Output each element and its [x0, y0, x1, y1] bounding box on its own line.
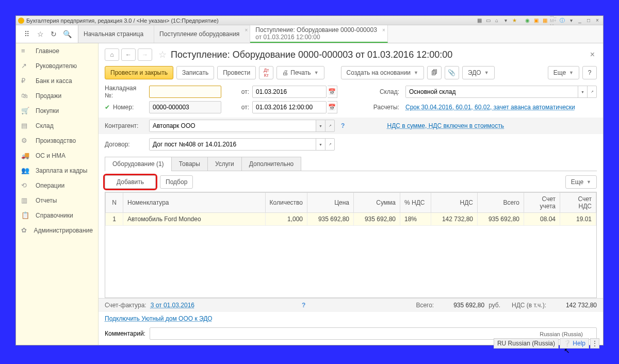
pick-button[interactable]: Подбор: [160, 175, 193, 189]
tb-icon[interactable]: ◉: [524, 17, 531, 24]
sf-link[interactable]: 3 от 01.03.2016: [151, 302, 194, 309]
cell-sum[interactable]: 935 692,80: [354, 213, 400, 226]
maximize-icon[interactable]: □: [585, 17, 592, 24]
tab-close-icon[interactable]: ×: [245, 27, 248, 33]
help-button[interactable]: ?: [582, 66, 597, 79]
col-sum[interactable]: Сумма: [354, 193, 400, 213]
cell-acc-vat[interactable]: 19.01: [560, 213, 596, 226]
more-icon[interactable]: ⋮: [590, 338, 599, 349]
warehouse-input[interactable]: [406, 86, 578, 97]
cell-acc[interactable]: 08.04: [524, 213, 560, 226]
forward-button[interactable]: →: [138, 48, 152, 61]
attach-button[interactable]: 📎: [445, 66, 459, 79]
col-qty[interactable]: Количество: [265, 193, 307, 213]
calendar-icon[interactable]: 📅: [328, 101, 337, 113]
vat-mode-link[interactable]: НДС в сумме, НДС включен в стоимость: [387, 122, 504, 129]
lang-indicator[interactable]: RU Russian (Russia): [494, 338, 559, 349]
sidebar-item-director[interactable]: ↗Руководителю: [16, 58, 98, 73]
back-button[interactable]: ←: [121, 48, 136, 61]
info-icon[interactable]: ⓘ: [559, 17, 566, 24]
search-icon[interactable]: 🔍: [61, 28, 73, 40]
cell-qty[interactable]: 1,000: [265, 213, 307, 226]
print-button[interactable]: 🖨Печать▼: [276, 66, 324, 79]
contract-input[interactable]: [150, 139, 316, 150]
question-icon[interactable]: ?: [341, 122, 345, 129]
col-vat-pct[interactable]: % НДС: [400, 193, 431, 213]
sidebar-item-operations[interactable]: ⟲Операции: [16, 178, 98, 193]
col-n[interactable]: N: [106, 193, 123, 213]
sidebar-item-salary[interactable]: 👥Зарплата и кадры: [16, 163, 98, 178]
star-icon[interactable]: ☆: [35, 28, 46, 40]
tab-start-page[interactable]: Начальная страница: [78, 25, 154, 43]
counterparty-input[interactable]: [150, 120, 316, 131]
create-based-button[interactable]: Создать на основании▼: [341, 66, 424, 79]
tb-icon[interactable]: ▦: [541, 17, 548, 24]
calc-link[interactable]: Срок 30.04.2016, 60.01, 60.02, зачет ава…: [405, 104, 597, 111]
edo-connect-link[interactable]: Подключить Уютный дом ООО к ЭДО: [105, 315, 213, 322]
cell-vat-pct[interactable]: 18%: [400, 213, 431, 226]
open-icon[interactable]: ↗: [587, 86, 596, 97]
open-icon[interactable]: ↗: [325, 139, 334, 150]
contract-combo[interactable]: ▼ ↗: [149, 138, 335, 151]
col-vat[interactable]: НДС: [431, 193, 478, 213]
related-button[interactable]: 🗐: [427, 66, 442, 79]
col-nomen[interactable]: Номенклатура: [123, 193, 266, 213]
cell-price[interactable]: 935 692,80: [307, 213, 354, 226]
sidebar-item-reports[interactable]: ▥Отчеты: [16, 193, 98, 208]
post-close-button[interactable]: Провести и закрыть: [105, 66, 173, 79]
apps-icon[interactable]: ⠿: [21, 28, 32, 40]
tab-equipment[interactable]: Оборудование (1): [105, 157, 172, 171]
col-price[interactable]: Цена: [307, 193, 354, 213]
history-icon[interactable]: ↻: [48, 28, 59, 40]
sidebar-item-assets[interactable]: 🚚ОС и НМА: [16, 148, 98, 163]
sidebar-item-catalogs[interactable]: 📋Справочники: [16, 208, 98, 223]
tb-icon[interactable]: ▾: [502, 17, 509, 24]
write-button[interactable]: Записать: [176, 66, 214, 79]
col-acc-vat[interactable]: Счет НДС: [560, 193, 596, 213]
add-row-button[interactable]: Добавить: [105, 175, 156, 189]
open-icon[interactable]: ↗: [325, 120, 334, 131]
number-input[interactable]: [149, 101, 221, 113]
tb-text[interactable]: M_ M+ M-: [550, 17, 557, 24]
table-row[interactable]: 1 Автомобиль Ford Mondeo 1,000 935 692,8…: [106, 213, 596, 226]
col-acc[interactable]: Счет учета: [524, 193, 560, 213]
tb-icon[interactable]: ▭: [484, 17, 492, 24]
info-drop-icon[interactable]: ▾: [567, 17, 575, 24]
favorite-icon[interactable]: ☆: [158, 49, 167, 60]
tb-icon[interactable]: ⌂: [493, 17, 500, 24]
sidebar-item-purchases[interactable]: 🛒Покупки: [16, 103, 98, 118]
question-icon[interactable]: ?: [302, 302, 305, 309]
tab-additional[interactable]: Дополнительно: [241, 157, 301, 171]
invoice-date-input[interactable]: [252, 86, 327, 98]
tb-icon[interactable]: ▣: [532, 17, 540, 24]
datetime-input[interactable]: [252, 101, 327, 113]
tab-close-icon[interactable]: ×: [382, 27, 385, 33]
sidebar-item-sales[interactable]: 🛍Продажи: [16, 88, 98, 103]
sidebar-item-main[interactable]: ≡Главное: [16, 43, 98, 58]
invoice-no-input[interactable]: [149, 86, 221, 98]
post-button[interactable]: Провести: [217, 66, 256, 79]
edo-button[interactable]: ЭДО▼: [462, 66, 495, 79]
tab-goods[interactable]: Товары: [171, 157, 208, 171]
table-more-button[interactable]: Еще▼: [565, 175, 597, 189]
close-icon[interactable]: ×: [594, 17, 601, 24]
sidebar-item-admin[interactable]: ✿Администрирование: [16, 223, 98, 238]
tab-services[interactable]: Услуги: [207, 157, 242, 171]
minimize-icon[interactable]: _: [576, 17, 583, 24]
warehouse-combo[interactable]: ▼ ↗: [405, 86, 597, 98]
sidebar-item-warehouse[interactable]: ▤Склад: [16, 118, 98, 133]
chevron-down-icon[interactable]: ▼: [316, 139, 325, 150]
col-total[interactable]: Всего: [478, 193, 524, 213]
counterparty-combo[interactable]: ▼ ↗: [149, 120, 335, 132]
more-button[interactable]: Еще▼: [548, 66, 579, 79]
sidebar-item-bank[interactable]: ₽Банк и касса: [16, 73, 98, 88]
chevron-down-icon[interactable]: ▼: [316, 120, 325, 131]
sidebar-item-production[interactable]: ⚙Производство: [16, 133, 98, 148]
tab-receipt-equipment[interactable]: Поступление оборудования×: [154, 25, 250, 43]
help-button[interactable]: ❔ Help: [560, 338, 589, 349]
favorite-icon[interactable]: ★: [511, 17, 518, 24]
tb-icon[interactable]: ▦: [476, 17, 483, 24]
cell-total[interactable]: 935 692,80: [478, 213, 524, 226]
page-close-icon[interactable]: ×: [588, 50, 597, 59]
home-button[interactable]: ⌂: [105, 48, 119, 61]
